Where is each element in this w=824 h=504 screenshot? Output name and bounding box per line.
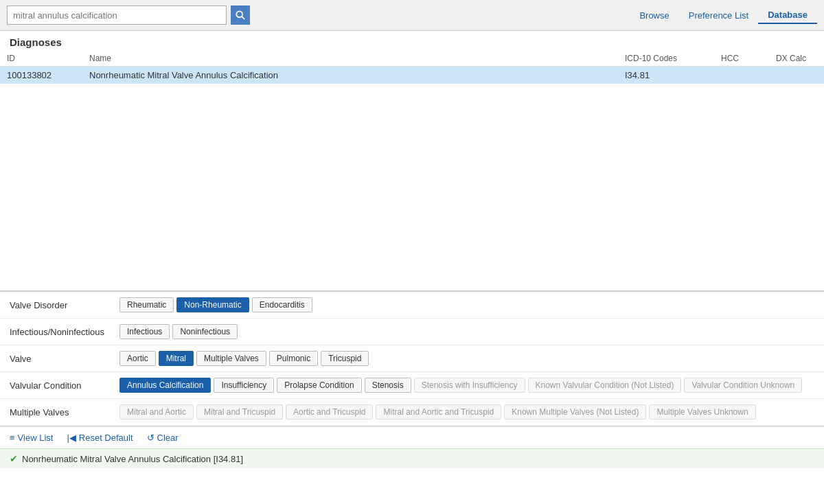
filter-btn-known-valvular-condition-not-listed: Known Valvular Condition (Not Listed) — [528, 378, 682, 393]
search-icon — [236, 10, 245, 20]
clear-icon: ↺ — [147, 433, 154, 443]
filter-buttons-valve: AorticMitralMultiple ValvesPulmonicTricu… — [119, 351, 369, 366]
filter-row-infectious: Infectious/Noninfectious InfectiousNonin… — [0, 319, 824, 345]
nav-database[interactable]: Database — [758, 7, 817, 24]
filter-btn-tricuspid[interactable]: Tricuspid — [321, 351, 369, 366]
filter-btn-endocarditis[interactable]: Endocarditis — [252, 297, 312, 312]
table-row[interactable]: 100133802 Nonrheumatic Mitral Valve Annu… — [0, 67, 824, 84]
filter-label-infectious: Infectious/Noninfectious — [10, 327, 119, 337]
filter-btn-insufficiency[interactable]: Insufficiency — [214, 378, 274, 393]
filter-label-multiple-valves: Multiple Valves — [10, 407, 119, 417]
clear-label: Clear — [157, 433, 179, 443]
cell-hcc — [714, 67, 769, 84]
reset-default-button[interactable]: |◀ Reset Default — [67, 433, 133, 443]
filter-btn-mitral-and-aortic: Mitral and Aortic — [119, 404, 194, 420]
filter-btn-noninfectious[interactable]: Noninfectious — [172, 324, 238, 339]
filter-btn-multiple-valves-unknown: Multiple Valves Unknown — [649, 404, 755, 420]
filter-btn-mitral-and-aortic-and-tricuspid: Mitral and Aortic and Tricuspid — [376, 404, 501, 420]
filter-row-multiple-valves: Multiple Valves Mitral and AorticMitral … — [0, 399, 824, 426]
search-input[interactable]: mitral annulus calcification — [7, 5, 227, 25]
status-bar: ✔ Nonrheumatic Mitral Valve Annulus Calc… — [0, 448, 824, 468]
cell-id: 100133802 — [0, 67, 82, 84]
filter-btn-known-multiple-valves-not-listed: Known Multiple Valves (Not Listed) — [504, 404, 646, 420]
filter-label-valve: Valve — [10, 354, 119, 364]
filter-btn-mitral[interactable]: Mitral — [159, 351, 194, 366]
svg-line-1 — [242, 16, 244, 19]
filter-buttons-infectious: InfectiousNoninfectious — [119, 324, 238, 339]
cell-icd: I34.81 — [618, 67, 714, 84]
filter-btn-valvular-condition-unknown: Valvular Condition Unknown — [684, 378, 802, 393]
view-list-label: View List — [18, 433, 54, 443]
search-button[interactable] — [231, 5, 250, 25]
filter-row-valvular-condition: Valvular Condition Annulus Calcification… — [0, 372, 824, 399]
filter-btn-rheumatic[interactable]: Rheumatic — [119, 297, 174, 312]
results-table: ID Name ICD-10 Codes HCC DX Calc 1001338… — [0, 51, 824, 84]
cell-dxcalc — [769, 67, 824, 84]
nav-browse[interactable]: Browse — [630, 8, 678, 23]
svg-point-0 — [236, 11, 242, 17]
top-bar: mitral annulus calcification Browse Pref… — [0, 0, 824, 31]
filter-btn-prolapse-condition[interactable]: Prolapse Condition — [277, 378, 361, 393]
clear-button[interactable]: ↺ Clear — [147, 433, 179, 443]
filter-btn-stenosis[interactable]: Stenosis — [365, 378, 411, 393]
results-title: Diagnoses — [0, 31, 824, 51]
filter-section: Valve Disorder RheumaticNon-RheumaticEnd… — [0, 292, 824, 426]
filter-row-valve: Valve AorticMitralMultiple ValvesPulmoni… — [0, 345, 824, 372]
filter-buttons-valvular-condition: Annulus CalcificationInsufficiencyProlap… — [119, 378, 802, 393]
filter-btn-aortic[interactable]: Aortic — [119, 351, 156, 366]
col-header-name: Name — [82, 51, 618, 67]
filter-btn-stenosis-with-insufficiency: Stenosis with Insufficiency — [414, 378, 525, 393]
view-list-button[interactable]: ≡ View List — [10, 433, 53, 443]
filter-btn-multiple-valves[interactable]: Multiple Valves — [196, 351, 266, 366]
filter-buttons-valve-disorder: RheumaticNon-RheumaticEndocarditis — [119, 297, 312, 312]
nav-preference-list[interactable]: Preference List — [679, 8, 758, 23]
filter-row-valve-disorder: Valve Disorder RheumaticNon-RheumaticEnd… — [0, 292, 824, 319]
filter-btn-mitral-and-tricuspid: Mitral and Tricuspid — [196, 404, 283, 420]
status-text: Nonrheumatic Mitral Valve Annulus Calcif… — [22, 454, 243, 464]
reset-default-label: Reset Default — [79, 433, 133, 443]
results-section: Diagnoses ID Name ICD-10 Codes HCC DX Ca… — [0, 31, 824, 292]
filter-label-valve-disorder: Valve Disorder — [10, 300, 119, 310]
filter-btn-annulus-calcification[interactable]: Annulus Calcification — [119, 378, 211, 393]
top-nav: Browse Preference List Database — [630, 7, 817, 24]
filter-btn-aortic-and-tricuspid: Aortic and Tricuspid — [286, 404, 373, 420]
col-header-dxcalc: DX Calc — [769, 51, 824, 67]
filter-buttons-multiple-valves: Mitral and AorticMitral and TricuspidAor… — [119, 404, 756, 420]
filter-btn-infectious[interactable]: Infectious — [119, 324, 170, 339]
view-list-icon: ≡ — [10, 433, 15, 443]
status-icon: ✔ — [10, 453, 18, 464]
reset-default-icon: |◀ — [67, 433, 76, 443]
col-header-icd: ICD-10 Codes — [618, 51, 714, 67]
filter-btn-pulmonic[interactable]: Pulmonic — [269, 351, 318, 366]
cell-name: Nonrheumatic Mitral Valve Annulus Calcif… — [82, 67, 618, 84]
col-header-id: ID — [0, 51, 82, 67]
filter-btn-non-rheumatic[interactable]: Non-Rheumatic — [176, 297, 249, 312]
bottom-bar: ≡ View List |◀ Reset Default ↺ Clear — [0, 426, 824, 448]
filter-label-valvular-condition: Valvular Condition — [10, 380, 119, 391]
col-header-hcc: HCC — [714, 51, 769, 67]
